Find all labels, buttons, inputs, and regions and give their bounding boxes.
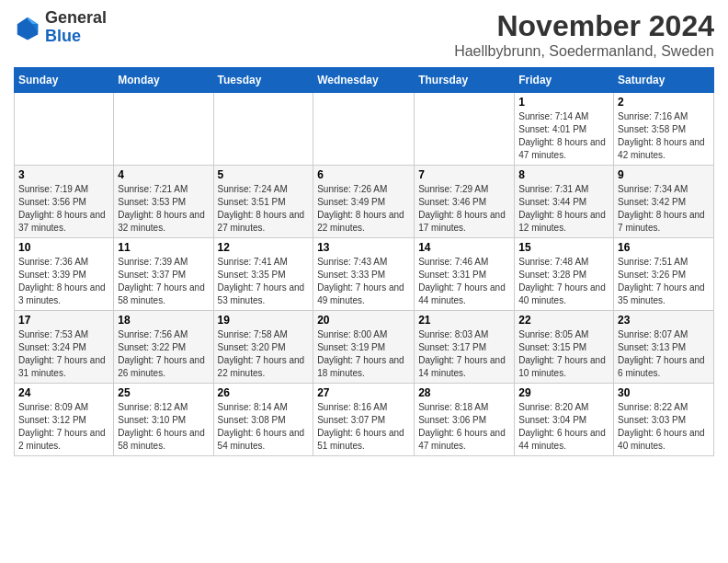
day-info: Sunrise: 7:43 AMSunset: 3:33 PMDaylight:… bbox=[317, 256, 410, 307]
logo-blue: Blue bbox=[45, 28, 107, 46]
day-info: Sunrise: 8:05 AMSunset: 3:15 PMDaylight:… bbox=[518, 328, 609, 380]
logo-icon bbox=[14, 14, 41, 41]
calendar-cell: 17Sunrise: 7:53 AMSunset: 3:24 PMDayligh… bbox=[15, 311, 114, 384]
day-number: 21 bbox=[418, 314, 510, 327]
calendar-cell: 14Sunrise: 7:46 AMSunset: 3:31 PMDayligh… bbox=[415, 238, 515, 311]
calendar-cell: 18Sunrise: 7:56 AMSunset: 3:22 PMDayligh… bbox=[114, 311, 213, 384]
week-row-4: 17Sunrise: 7:53 AMSunset: 3:24 PMDayligh… bbox=[15, 311, 714, 384]
week-row-1: 1Sunrise: 7:14 AMSunset: 4:01 PMDaylight… bbox=[15, 93, 714, 166]
day-info: Sunrise: 7:19 AMSunset: 3:56 PMDaylight:… bbox=[18, 183, 109, 235]
day-number: 15 bbox=[518, 241, 609, 254]
day-number: 5 bbox=[218, 168, 310, 181]
day-number: 27 bbox=[317, 386, 410, 399]
calendar-cell: 3Sunrise: 7:19 AMSunset: 3:56 PMDaylight… bbox=[15, 166, 114, 238]
day-number: 26 bbox=[218, 386, 310, 399]
day-number: 23 bbox=[618, 314, 710, 327]
calendar-cell: 8Sunrise: 7:31 AMSunset: 3:44 PMDaylight… bbox=[515, 166, 614, 238]
day-info: Sunrise: 7:58 AMSunset: 3:20 PMDaylight:… bbox=[218, 328, 310, 380]
weekday-header-monday: Monday bbox=[114, 68, 213, 93]
day-number: 8 bbox=[518, 168, 609, 181]
weekday-header-friday: Friday bbox=[515, 68, 614, 93]
calendar-cell: 24Sunrise: 8:09 AMSunset: 3:12 PMDayligh… bbox=[15, 384, 114, 456]
calendar-cell: 19Sunrise: 7:58 AMSunset: 3:20 PMDayligh… bbox=[213, 311, 313, 384]
day-number: 28 bbox=[418, 386, 510, 399]
day-info: Sunrise: 8:14 AMSunset: 3:08 PMDaylight:… bbox=[218, 401, 310, 453]
weekday-header-row: SundayMondayTuesdayWednesdayThursdayFrid… bbox=[15, 68, 714, 93]
day-number: 6 bbox=[317, 168, 410, 181]
calendar-cell: 5Sunrise: 7:24 AMSunset: 3:51 PMDaylight… bbox=[213, 166, 313, 238]
day-number: 24 bbox=[18, 386, 109, 399]
day-info: Sunrise: 8:03 AMSunset: 3:17 PMDaylight:… bbox=[418, 328, 510, 380]
calendar-table: SundayMondayTuesdayWednesdayThursdayFrid… bbox=[14, 67, 714, 456]
calendar-cell: 25Sunrise: 8:12 AMSunset: 3:10 PMDayligh… bbox=[114, 384, 213, 456]
logo-general: General bbox=[45, 9, 107, 28]
calendar-cell: 23Sunrise: 8:07 AMSunset: 3:13 PMDayligh… bbox=[614, 311, 714, 384]
calendar-cell: 15Sunrise: 7:48 AMSunset: 3:28 PMDayligh… bbox=[515, 238, 614, 311]
day-number: 4 bbox=[118, 168, 209, 181]
weekday-header-saturday: Saturday bbox=[614, 68, 714, 93]
calendar-cell: 21Sunrise: 8:03 AMSunset: 3:17 PMDayligh… bbox=[415, 311, 515, 384]
day-info: Sunrise: 7:39 AMSunset: 3:37 PMDaylight:… bbox=[118, 256, 209, 307]
day-info: Sunrise: 8:12 AMSunset: 3:10 PMDaylight:… bbox=[118, 401, 209, 453]
day-number: 14 bbox=[418, 241, 510, 254]
day-number: 20 bbox=[317, 314, 410, 327]
calendar-cell: 11Sunrise: 7:39 AMSunset: 3:37 PMDayligh… bbox=[114, 238, 213, 311]
weekday-header-wednesday: Wednesday bbox=[313, 68, 415, 93]
day-info: Sunrise: 7:34 AMSunset: 3:42 PMDaylight:… bbox=[618, 183, 710, 235]
day-info: Sunrise: 7:24 AMSunset: 3:51 PMDaylight:… bbox=[218, 183, 310, 235]
day-info: Sunrise: 7:21 AMSunset: 3:53 PMDaylight:… bbox=[118, 183, 209, 235]
calendar-cell bbox=[313, 93, 415, 166]
day-number: 17 bbox=[18, 314, 109, 327]
calendar-cell: 30Sunrise: 8:22 AMSunset: 3:03 PMDayligh… bbox=[614, 384, 714, 456]
day-number: 11 bbox=[118, 241, 209, 254]
week-row-2: 3Sunrise: 7:19 AMSunset: 3:56 PMDaylight… bbox=[15, 166, 714, 238]
location-title: Haellbybrunn, Soedermanland, Sweden bbox=[454, 43, 714, 60]
calendar-cell: 13Sunrise: 7:43 AMSunset: 3:33 PMDayligh… bbox=[313, 238, 415, 311]
title-section: November 2024 Haellbybrunn, Soedermanlan… bbox=[454, 9, 714, 60]
calendar-cell: 6Sunrise: 7:26 AMSunset: 3:49 PMDaylight… bbox=[313, 166, 415, 238]
day-info: Sunrise: 7:56 AMSunset: 3:22 PMDaylight:… bbox=[118, 328, 209, 380]
week-row-3: 10Sunrise: 7:36 AMSunset: 3:39 PMDayligh… bbox=[15, 238, 714, 311]
calendar-cell: 16Sunrise: 7:51 AMSunset: 3:26 PMDayligh… bbox=[614, 238, 714, 311]
day-number: 16 bbox=[618, 241, 710, 254]
month-title: November 2024 bbox=[454, 9, 714, 43]
svg-marker-0 bbox=[17, 17, 39, 40]
calendar-cell bbox=[415, 93, 515, 166]
day-info: Sunrise: 8:00 AMSunset: 3:19 PMDaylight:… bbox=[317, 328, 410, 380]
day-number: 19 bbox=[218, 314, 310, 327]
calendar-cell: 2Sunrise: 7:16 AMSunset: 3:58 PMDaylight… bbox=[614, 93, 714, 166]
calendar-cell bbox=[15, 93, 114, 166]
calendar-cell: 1Sunrise: 7:14 AMSunset: 4:01 PMDaylight… bbox=[515, 93, 614, 166]
day-number: 18 bbox=[118, 314, 209, 327]
day-number: 25 bbox=[118, 386, 209, 399]
calendar-cell: 27Sunrise: 8:16 AMSunset: 3:07 PMDayligh… bbox=[313, 384, 415, 456]
day-info: Sunrise: 8:18 AMSunset: 3:06 PMDaylight:… bbox=[418, 401, 510, 453]
day-info: Sunrise: 7:29 AMSunset: 3:46 PMDaylight:… bbox=[418, 183, 510, 235]
day-number: 2 bbox=[618, 96, 710, 109]
logo: General Blue bbox=[14, 9, 107, 46]
calendar-cell: 28Sunrise: 8:18 AMSunset: 3:06 PMDayligh… bbox=[415, 384, 515, 456]
day-info: Sunrise: 7:31 AMSunset: 3:44 PMDaylight:… bbox=[518, 183, 609, 235]
calendar-cell: 20Sunrise: 8:00 AMSunset: 3:19 PMDayligh… bbox=[313, 311, 415, 384]
day-info: Sunrise: 7:26 AMSunset: 3:49 PMDaylight:… bbox=[317, 183, 410, 235]
day-number: 12 bbox=[218, 241, 310, 254]
calendar-cell: 12Sunrise: 7:41 AMSunset: 3:35 PMDayligh… bbox=[213, 238, 313, 311]
calendar-cell: 26Sunrise: 8:14 AMSunset: 3:08 PMDayligh… bbox=[213, 384, 313, 456]
calendar-cell bbox=[114, 93, 213, 166]
weekday-header-thursday: Thursday bbox=[415, 68, 515, 93]
week-row-5: 24Sunrise: 8:09 AMSunset: 3:12 PMDayligh… bbox=[15, 384, 714, 456]
day-info: Sunrise: 7:48 AMSunset: 3:28 PMDaylight:… bbox=[518, 256, 609, 307]
day-info: Sunrise: 8:20 AMSunset: 3:04 PMDaylight:… bbox=[518, 401, 609, 453]
calendar-cell: 7Sunrise: 7:29 AMSunset: 3:46 PMDaylight… bbox=[415, 166, 515, 238]
calendar-cell: 9Sunrise: 7:34 AMSunset: 3:42 PMDaylight… bbox=[614, 166, 714, 238]
day-number: 22 bbox=[518, 314, 609, 327]
day-info: Sunrise: 7:51 AMSunset: 3:26 PMDaylight:… bbox=[618, 256, 710, 307]
calendar-cell bbox=[213, 93, 313, 166]
weekday-header-tuesday: Tuesday bbox=[213, 68, 313, 93]
calendar-cell: 4Sunrise: 7:21 AMSunset: 3:53 PMDaylight… bbox=[114, 166, 213, 238]
day-info: Sunrise: 8:16 AMSunset: 3:07 PMDaylight:… bbox=[317, 401, 410, 453]
calendar-cell: 22Sunrise: 8:05 AMSunset: 3:15 PMDayligh… bbox=[515, 311, 614, 384]
header: General Blue November 2024 Haellbybrunn,… bbox=[14, 9, 714, 60]
day-number: 30 bbox=[618, 386, 710, 399]
day-info: Sunrise: 8:07 AMSunset: 3:13 PMDaylight:… bbox=[618, 328, 710, 380]
